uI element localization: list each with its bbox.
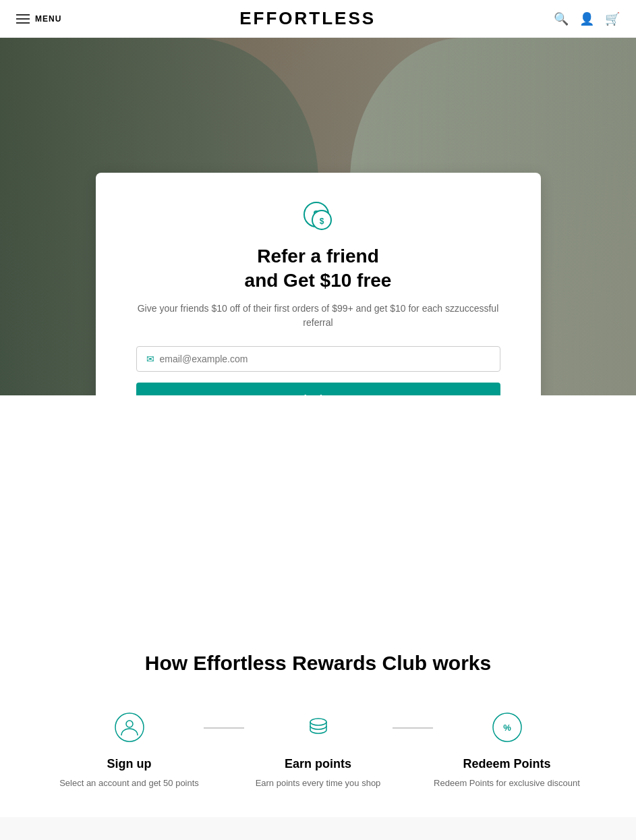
step-signup-name: Sign up [107,757,152,771]
ways-to-earn-section: Ways to Earn Points 50 points Create an … [0,817,636,841]
hero-spacer [0,395,636,611]
account-icon[interactable]: 👤 [579,11,594,26]
svg-text:%: % [503,723,511,733]
how-it-works-title: How Effortless Rewards Club works [27,652,609,675]
person-icon [115,712,144,742]
step-earn-name: Earn points [285,757,351,771]
search-icon[interactable]: 🔍 [554,11,569,26]
cart-icon[interactable]: 🛒 [605,11,620,26]
email-input-wrap: ✉ [136,346,500,372]
email-input[interactable] [160,354,490,364]
step-earn: Earn points Earn points every time you s… [244,708,393,790]
steps-row: Sign up Select an account and get 50 poi… [27,708,609,790]
step-signup-icon-wrap [111,708,148,746]
step-redeem-name: Redeem Points [463,757,550,771]
coin-icon-wrap: $ $ [136,200,500,233]
header-left: MENU [16,14,61,24]
step-earn-desc: Earn points every time you shop [256,777,381,790]
step-redeem-icon-wrap: % [488,708,526,746]
step-signup-desc: Select an account and get 50 points [59,777,199,790]
svg-point-6 [310,719,326,725]
referral-title: Refer a friend and Get $10 free [136,244,500,293]
svg-text:$: $ [319,217,324,226]
invite-button[interactable]: Invite [136,383,500,395]
coin-icon: $ $ [301,200,335,233]
email-icon: ✉ [146,354,154,364]
header-right: 🔍 👤 🛒 [554,11,620,26]
how-it-works-section: How Effortless Rewards Club works Sign u… [0,611,636,817]
brand-name: EFFORTLESS [239,8,376,29]
step-signup: Sign up Select an account and get 50 poi… [55,708,204,790]
referral-card: $ $ Refer a friend and Get $10 free Give… [96,173,541,395]
redeem-icon: % [492,712,522,742]
step-connector-2 [393,727,433,729]
menu-icon[interactable] [16,14,30,24]
step-redeem-desc: Redeem Points for exclusive discount [434,777,580,790]
svg-point-5 [126,721,133,727]
earn-icon [303,712,333,742]
hero-section: $ $ Refer a friend and Get $10 free Give… [0,38,636,395]
step-connector-1 [204,727,244,729]
referral-subtitle: Give your friends $10 off of their first… [136,302,500,330]
step-redeem: % Redeem Points Redeem Points for exclus… [433,708,581,790]
site-header: MENU EFFORTLESS 🔍 👤 🛒 [0,0,636,38]
step-earn-icon-wrap [299,708,337,746]
menu-label: MENU [35,14,61,24]
